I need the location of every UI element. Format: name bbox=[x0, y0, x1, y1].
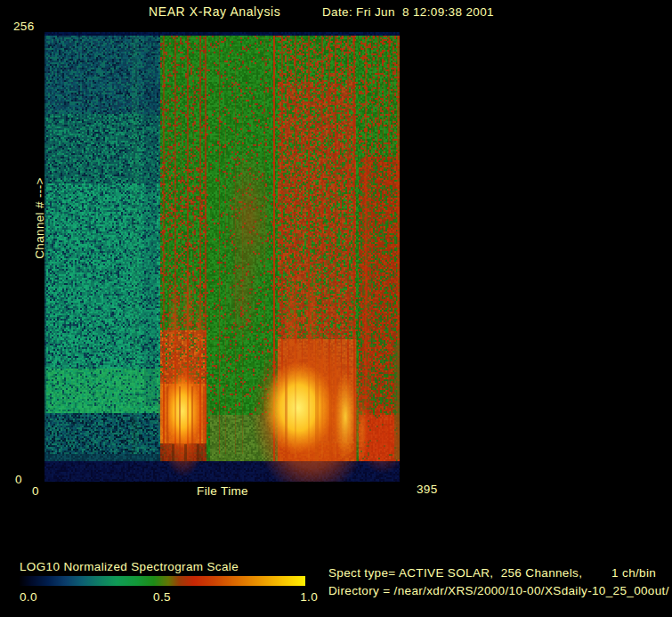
x-axis-label: File Time bbox=[197, 484, 248, 498]
spectrogram-canvas bbox=[45, 32, 400, 482]
directory-line: Directory = /near/xdr/XRS/2000/10-00/XSd… bbox=[328, 584, 669, 597]
colorbar-gradient bbox=[20, 576, 305, 586]
colorbar-label: LOG10 Normalized Spectrogram Scale bbox=[20, 560, 239, 573]
colorbar-tick-0: 0.0 bbox=[20, 590, 37, 604]
colorbar-tick-05: 0.5 bbox=[153, 590, 171, 604]
y-axis-max-tick: 256 bbox=[13, 20, 35, 33]
spect-type-line: Spect type= ACTIVE SOLAR, 256 Channels, … bbox=[328, 566, 656, 580]
plot-window: NEAR X-Ray Analysis Date: Fri Jun 8 12:0… bbox=[0, 0, 672, 617]
page-title: NEAR X-Ray Analysis bbox=[149, 4, 280, 19]
x-axis-min-tick: 0 bbox=[32, 484, 39, 498]
x-axis-max-tick: 395 bbox=[417, 483, 438, 496]
date-label: Date: Fri Jun 8 12:09:38 2001 bbox=[322, 5, 494, 19]
colorbar-tick-1: 1.0 bbox=[300, 590, 318, 604]
y-axis-min-tick: 0 bbox=[15, 473, 22, 486]
